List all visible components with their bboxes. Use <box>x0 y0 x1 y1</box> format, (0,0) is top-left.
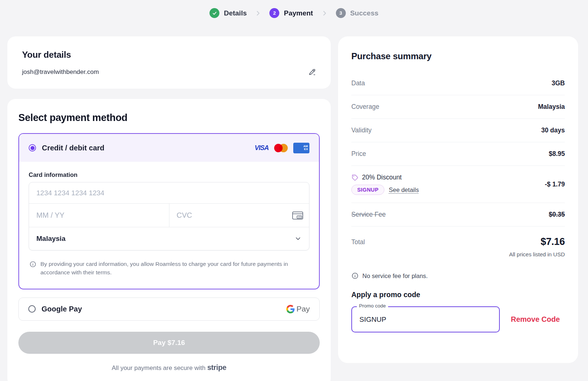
row-value: 3GB <box>552 79 565 87</box>
total-label: Total <box>351 236 365 257</box>
country-select[interactable]: Malaysia <box>29 227 309 250</box>
check-icon <box>209 8 219 18</box>
payment-method-card: Select payment method Credit / debit car… <box>7 99 331 381</box>
service-fee-label: Service Fee <box>351 211 386 218</box>
no-service-fee-text: No service fee for plans. <box>362 273 428 279</box>
discount-value: -$ 1.79 <box>545 181 565 188</box>
your-details-title: Your details <box>22 50 316 60</box>
google-pay-logo-text: Pay <box>297 305 310 313</box>
step-payment-label: Payment <box>284 9 313 17</box>
step-details[interactable]: Details <box>209 8 247 18</box>
visa-icon: VISA <box>255 144 269 152</box>
info-icon <box>351 272 359 279</box>
cvc-card-icon: 123 <box>292 211 303 220</box>
summary-row-data: Data 3GB <box>351 72 565 95</box>
card-payment-option: Credit / debit card VISA AM EX Card info… <box>18 133 320 289</box>
summary-row-service-fee: Service Fee $0.35 <box>351 203 565 227</box>
chevron-down-icon <box>294 235 302 242</box>
promo-code-badge: SIGNUP <box>351 185 384 195</box>
discount-label: 20% Discount <box>362 174 402 181</box>
row-value: $8.95 <box>549 150 565 158</box>
total-value: $7.16 <box>509 236 565 248</box>
chevron-right-icon <box>255 10 261 17</box>
card-fields-group: 123 Malaysia <box>29 182 309 250</box>
google-pay-option[interactable]: Google Pay Pay <box>18 298 320 321</box>
promo-section-title: Apply a promo code <box>351 291 565 299</box>
step-success: 3 Success <box>336 8 379 18</box>
secure-payments-text: All your payments are secure with <box>112 364 205 371</box>
step-details-label: Details <box>224 9 247 17</box>
no-service-fee-note: No service fee for plans. <box>351 272 565 279</box>
service-fee-value: $0.35 <box>549 211 565 218</box>
secure-payments-note: All your payments are secure with stripe <box>18 363 320 372</box>
google-pay-logo: Pay <box>286 305 310 313</box>
row-label: Coverage <box>351 103 379 111</box>
google-g-icon <box>286 305 295 313</box>
row-label: Validity <box>351 127 372 134</box>
card-terms-disclaimer: By providing your card information, you … <box>40 260 290 277</box>
summary-row-price: Price $8.95 <box>351 142 565 166</box>
card-brand-logos: VISA AM EX <box>255 143 309 153</box>
summary-row-validity: Validity 30 days <box>351 119 565 142</box>
card-expiry-input[interactable] <box>36 211 162 220</box>
row-label: Data <box>351 79 365 87</box>
card-radio-selected[interactable] <box>29 144 36 152</box>
svg-text:123: 123 <box>298 216 301 218</box>
step-payment[interactable]: 2 Payment <box>269 8 313 18</box>
summary-row-coverage: Coverage Malaysia <box>351 95 565 119</box>
step-success-label: Success <box>350 9 379 17</box>
card-option-label: Credit / debit card <box>42 144 104 152</box>
card-information-label: Card information <box>29 171 309 178</box>
payment-method-title: Select payment method <box>18 112 320 124</box>
purchase-summary-title: Purchase summary <box>351 51 565 61</box>
row-value: Malaysia <box>538 103 565 111</box>
summary-row-total: Total $7.16 All prices listed in USD <box>351 227 565 257</box>
mastercard-icon <box>274 144 288 152</box>
card-number-input[interactable] <box>36 189 302 197</box>
promo-code-input[interactable] <box>351 306 500 332</box>
promo-code-field: Promo code <box>351 306 500 332</box>
checkout-stepper: Details 2 Payment 3 Success <box>0 8 588 18</box>
step-success-number: 3 <box>336 8 346 18</box>
country-select-value: Malaysia <box>36 235 65 243</box>
google-pay-radio[interactable] <box>28 305 36 313</box>
card-option-header[interactable]: Credit / debit card VISA AM EX <box>19 134 319 162</box>
pencil-icon <box>308 68 316 76</box>
currency-note: All prices listed in USD <box>509 251 565 257</box>
info-icon <box>29 261 36 277</box>
row-value: 30 days <box>541 127 565 134</box>
purchase-summary-card: Purchase summary Data 3GB Coverage Malay… <box>338 36 578 363</box>
row-label: Price <box>351 150 366 158</box>
remove-code-button[interactable]: Remove Code <box>511 315 560 324</box>
card-cvc-input[interactable] <box>177 211 302 220</box>
stripe-logo: stripe <box>207 363 226 371</box>
edit-email-button[interactable] <box>308 68 316 76</box>
customer-email: josh@travelwithbender.com <box>22 68 99 76</box>
chevron-right-icon <box>321 10 328 17</box>
see-details-link[interactable]: See details <box>389 186 419 193</box>
your-details-card: Your details josh@travelwithbender.com <box>7 36 331 89</box>
pay-button[interactable]: Pay $7.16 <box>18 332 320 354</box>
promo-code-field-label: Promo code <box>357 303 388 309</box>
tag-icon <box>351 174 359 181</box>
summary-row-discount: 20% Discount SIGNUP See details -$ 1.79 <box>351 166 565 203</box>
amex-text-bottom: EX <box>304 148 308 151</box>
step-payment-number: 2 <box>269 8 279 18</box>
google-pay-label: Google Pay <box>42 305 82 313</box>
amex-icon: AM EX <box>293 143 309 153</box>
